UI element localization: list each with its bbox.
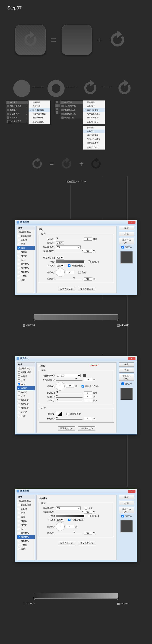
- fill-type-select[interactable]: 渐变: [56, 256, 64, 260]
- titlebar[interactable]: 图层样式 ✕: [15, 489, 137, 494]
- checkbox[interactable]: [18, 403, 20, 405]
- titlebar[interactable]: 图层样式 ✕: [15, 356, 137, 361]
- opacity-slider[interactable]: [56, 511, 83, 513]
- ok-button[interactable]: 确定: [119, 495, 134, 499]
- tool-icon[interactable]: [55, 108, 60, 111]
- tool-icon[interactable]: [55, 111, 60, 114]
- style-item[interactable]: 描边: [17, 515, 35, 519]
- checkbox[interactable]: [18, 395, 20, 398]
- style-item[interactable]: 描边: [17, 382, 35, 386]
- gradient-chip[interactable]: [56, 515, 84, 517]
- checkbox[interactable]: [18, 239, 20, 241]
- dither-checkbox[interactable]: [78, 271, 81, 274]
- style-item[interactable]: 投影: [17, 278, 35, 282]
- size-input[interactable]: [84, 399, 92, 402]
- style-item[interactable]: 投影: [17, 414, 35, 418]
- tool-icon[interactable]: [55, 100, 60, 104]
- noise-input[interactable]: [84, 417, 92, 420]
- style-item[interactable]: 混合选项:默认: [17, 499, 35, 503]
- menu-row[interactable]: 排除重叠形状: [29, 116, 50, 120]
- opacity-input[interactable]: [84, 378, 92, 381]
- checkbox[interactable]: [18, 259, 20, 261]
- tool-row[interactable]: 自由钢笔工具: [60, 104, 83, 108]
- style-item[interactable]: 光泽: [17, 527, 35, 531]
- opacity-input[interactable]: [84, 511, 92, 514]
- menu-row[interactable]: 新建图层: [29, 100, 50, 104]
- checkbox[interactable]: [18, 387, 20, 390]
- style-item[interactable]: 内发光: [17, 390, 35, 394]
- checkbox[interactable]: [18, 399, 20, 401]
- tool-row[interactable]: 矩形工具U: [6, 100, 28, 104]
- menu-row[interactable]: 与形状区域相交: [83, 137, 105, 141]
- ok-button[interactable]: 确定: [119, 362, 134, 367]
- cancel-button[interactable]: 取消: [119, 232, 134, 236]
- menu-row[interactable]: ✓减去顶层形状: [83, 108, 105, 112]
- style-item[interactable]: 内阴影: [17, 250, 35, 254]
- style-item[interactable]: 投影: [17, 547, 35, 551]
- cancel-button[interactable]: 取消: [119, 501, 134, 505]
- style-item[interactable]: 颜色叠加: [17, 531, 35, 535]
- grad-style-select[interactable]: 线性: [56, 518, 64, 522]
- reset-default-button[interactable]: 复位为默认值: [78, 426, 95, 431]
- close-button[interactable]: ✕: [128, 357, 135, 360]
- shadow-color-swatch[interactable]: [83, 374, 86, 377]
- angle-input[interactable]: [66, 271, 74, 274]
- menu-row[interactable]: 合并形状: [83, 104, 105, 108]
- checkbox[interactable]: [18, 407, 20, 409]
- menu-row[interactable]: 排除重叠形状: [83, 141, 105, 145]
- tool-icon[interactable]: [55, 104, 60, 108]
- align-checkbox[interactable]: [68, 264, 70, 267]
- menu-row[interactable]: 排除重叠形状: [83, 116, 105, 120]
- style-item[interactable]: 描边: [17, 246, 35, 250]
- gradient-stop[interactable]: [117, 319, 118, 321]
- checkbox[interactable]: [18, 267, 20, 269]
- tool-row[interactable]: 圆角矩形工具U: [6, 104, 28, 108]
- style-item[interactable]: 图案叠加: [17, 270, 35, 274]
- new-style-button[interactable]: 新建样式(W)...: [119, 374, 134, 381]
- global-light-checkbox[interactable]: [82, 385, 84, 388]
- checkbox[interactable]: [18, 415, 20, 417]
- menu-row[interactable]: 合并形状组件: [83, 120, 105, 124]
- checkbox[interactable]: [18, 235, 20, 237]
- checkbox[interactable]: [18, 275, 20, 277]
- distance-slider[interactable]: [56, 392, 83, 394]
- new-style-button[interactable]: 新建样式(W)...: [119, 507, 134, 513]
- checkbox[interactable]: [18, 243, 20, 245]
- opacity-input[interactable]: [84, 250, 92, 253]
- menu-row[interactable]: 新建图层: [83, 126, 105, 130]
- style-item[interactable]: 外发光: [17, 410, 35, 414]
- scale-slider[interactable]: [56, 532, 83, 534]
- checkbox[interactable]: [18, 251, 20, 253]
- checkbox[interactable]: [18, 263, 20, 265]
- set-default-button[interactable]: 设置为默认值: [58, 541, 75, 545]
- gradient-chip[interactable]: [56, 260, 84, 263]
- checkbox[interactable]: [18, 508, 20, 510]
- checkbox[interactable]: [18, 411, 20, 413]
- style-item[interactable]: 光泽: [17, 258, 35, 262]
- style-item[interactable]: 颜色叠加: [17, 398, 35, 402]
- reverse-checkbox[interactable]: [88, 260, 91, 263]
- angle-dial[interactable]: [56, 522, 65, 531]
- reset-default-button[interactable]: 复位为默认值: [78, 287, 95, 291]
- distance-input[interactable]: [84, 391, 92, 394]
- style-item[interactable]: 外发光: [17, 274, 35, 278]
- style-item[interactable]: 内发光: [17, 523, 35, 527]
- checkbox[interactable]: [18, 376, 20, 378]
- cancel-button[interactable]: 取消: [119, 368, 134, 372]
- tool-row[interactable]: 多边形工具U: [6, 112, 28, 116]
- scale-input[interactable]: [84, 532, 92, 535]
- style-item[interactable]: 等高线: [17, 507, 35, 511]
- reset-default-button[interactable]: 复位为默认值: [78, 541, 95, 545]
- menu-row[interactable]: 与形状区域相交: [83, 112, 105, 116]
- preview-checkbox[interactable]: [121, 382, 124, 385]
- new-style-button[interactable]: 新建样式(W)...: [119, 238, 134, 244]
- size-input[interactable]: [84, 238, 92, 240]
- gradient-stop[interactable]: [34, 319, 35, 321]
- checkbox[interactable]: [18, 271, 20, 273]
- checkbox[interactable]: [18, 544, 20, 546]
- gradient-stop[interactable]: [34, 598, 35, 600]
- checkbox[interactable]: [18, 548, 20, 550]
- align-checkbox[interactable]: [68, 518, 70, 521]
- tool-row[interactable]: 钢笔工具: [60, 100, 83, 104]
- scale-slider[interactable]: [56, 278, 83, 280]
